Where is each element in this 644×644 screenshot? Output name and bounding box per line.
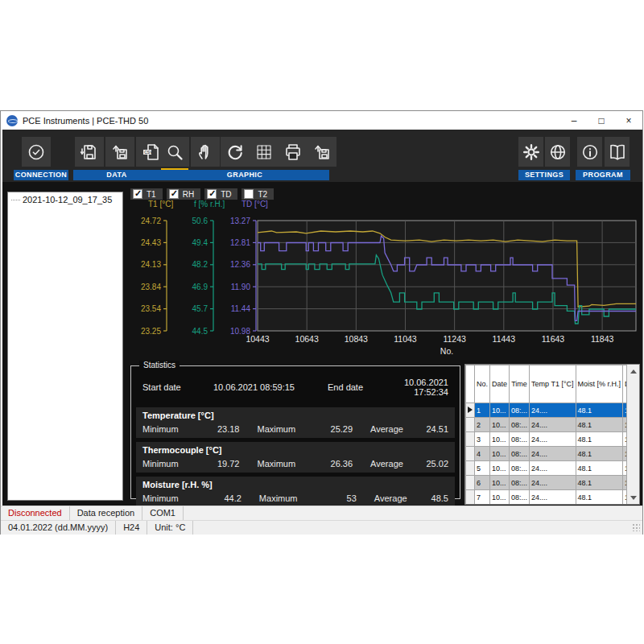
series-toggle-t1[interactable]: T1	[130, 188, 163, 200]
table-cell[interactable]: 48.1	[576, 490, 623, 505]
measurement-table[interactable]: No.DateTimeTemp T1 [°C]Moist [% r.H.]Dew…	[464, 364, 640, 505]
table-cell[interactable]: 48.1	[576, 447, 623, 461]
load-data-button[interactable]	[105, 137, 134, 167]
table-cell[interactable]: 10...	[490, 476, 510, 490]
table-cell[interactable]: 7	[475, 490, 490, 505]
table-cell[interactable]: 10...	[490, 461, 510, 476]
export-graphic-button[interactable]	[308, 137, 336, 167]
zoom-tool-button[interactable]	[160, 137, 189, 167]
y-tick-label: 50.6	[192, 217, 208, 225]
table-scrollbar[interactable]	[626, 365, 639, 504]
series-toggle-td[interactable]: TD	[204, 188, 237, 200]
close-button[interactable]: ×	[615, 111, 642, 130]
row-header-cell[interactable]	[466, 432, 475, 447]
column-header[interactable]: Date	[490, 365, 510, 403]
series-toggle-t2[interactable]: T2	[242, 188, 274, 200]
minimum-value: 44.2	[207, 493, 242, 503]
table-cell[interactable]: 24....	[530, 403, 576, 418]
rotate-arrow-icon	[225, 142, 245, 162]
table-cell[interactable]: 24....	[530, 476, 576, 490]
table-cell[interactable]: 10...	[490, 418, 510, 432]
statistics-dates-row: Start date 10.06.2021 08:59:15 End date …	[131, 366, 460, 403]
table-cell[interactable]: 2	[475, 418, 490, 432]
row-header-cell[interactable]	[466, 476, 475, 490]
minimize-button[interactable]: –	[560, 111, 588, 130]
info-button[interactable]	[577, 137, 602, 167]
table-row[interactable]: 110...08:...24....48.112....19.8	[466, 403, 641, 418]
table-cell[interactable]: 3	[475, 432, 490, 447]
column-header[interactable]: Time	[510, 365, 530, 403]
grid-view-button[interactable]	[250, 137, 279, 167]
toolbar: CONNECTIONCSVDATAGRAPHICSETTINGSPROGRAM	[2, 130, 642, 182]
table-cell[interactable]: 1	[475, 403, 490, 418]
reset-view-button[interactable]	[221, 137, 250, 167]
table-cell[interactable]: 10...	[490, 490, 510, 505]
row-header-cell[interactable]	[466, 403, 475, 418]
table-row[interactable]: 410...08:...24....48.112....19....	[466, 447, 641, 461]
table-cell[interactable]: 10...	[490, 432, 510, 447]
table-cell[interactable]: 48.1	[576, 418, 623, 432]
row-header-cell[interactable]	[466, 447, 475, 461]
table-cell[interactable]: 6	[475, 476, 490, 490]
checked-checkbox-icon[interactable]	[169, 189, 179, 199]
save-data-button[interactable]	[75, 137, 104, 167]
table-cell[interactable]: 24....	[530, 418, 576, 432]
scroll-down-icon[interactable]	[627, 491, 639, 504]
table-cell[interactable]: 24....	[530, 432, 576, 447]
stat-section-values: Minimum19.72Maximum26.36Average25.02	[142, 459, 448, 469]
table-cell[interactable]: 10...	[490, 447, 510, 461]
column-header[interactable]: Moist [% r.H.]	[576, 365, 623, 403]
table-cell[interactable]: 08:...	[510, 447, 530, 461]
unchecked-checkbox-icon[interactable]	[244, 189, 254, 199]
axis-title-1: f [% r.H.]	[194, 200, 225, 208]
table-cell[interactable]: 4	[475, 447, 490, 461]
series-toggle-rh[interactable]: RH	[167, 188, 200, 200]
y-tick-label: 44.5	[192, 327, 208, 336]
table-cell[interactable]: 08:...	[510, 461, 530, 476]
table-cell[interactable]: 08:...	[510, 490, 530, 505]
table-row[interactable]: 310...08:...24....48.112....19....	[466, 432, 641, 447]
checked-checkbox-icon[interactable]	[207, 189, 217, 199]
row-header-cell[interactable]	[466, 418, 475, 432]
table-row[interactable]: 610...08:...24....48.112....19....	[466, 476, 641, 490]
table-cell[interactable]: 5	[475, 461, 490, 476]
start-date-value: 10.06.2021 08:59:15	[213, 382, 316, 392]
row-header-cell[interactable]	[466, 490, 475, 505]
tree-item-dataset[interactable]: 2021-10-12_09_17_35	[10, 195, 121, 204]
maximum-value: 26.36	[319, 459, 353, 469]
table-cell[interactable]: 48.1	[576, 403, 623, 418]
print-button[interactable]	[279, 137, 308, 167]
table-cell[interactable]: 48.1	[576, 432, 623, 447]
magnifier-icon	[165, 142, 184, 162]
table-row[interactable]: 210...08:...24....48.112....19....	[466, 418, 641, 432]
table-cell[interactable]: 48.1	[576, 476, 623, 490]
maximize-button[interactable]: □	[588, 111, 615, 130]
column-header[interactable]: No.	[475, 365, 490, 403]
table-cell[interactable]: 24....	[530, 447, 576, 461]
table-cell[interactable]: 24....	[530, 490, 576, 505]
pan-tool-button[interactable]	[191, 137, 220, 167]
table-row[interactable]: 710...08:...24....48.112....19....	[466, 490, 641, 505]
table-cell[interactable]: 08:...	[510, 418, 530, 432]
y-tick-label: 45.7	[192, 304, 208, 313]
resize-grip[interactable]	[632, 523, 640, 531]
import-floppy-icon	[312, 142, 332, 162]
row-header-cell[interactable]	[466, 461, 475, 476]
table-cell[interactable]: 08:...	[510, 403, 530, 418]
table-cell[interactable]: 48.1	[576, 461, 623, 476]
manual-button[interactable]	[605, 137, 630, 167]
table-cell[interactable]: 10...	[490, 403, 510, 418]
language-button[interactable]	[545, 137, 570, 167]
table-cell[interactable]: 08:...	[510, 432, 530, 447]
dataset-tree-panel[interactable]: 2021-10-12_09_17_35	[7, 192, 123, 501]
status-bar-connection: DisconnectedData receptionCOM1	[1, 506, 642, 520]
connection-button[interactable]	[22, 137, 51, 167]
table-cell[interactable]: 24....	[530, 461, 576, 476]
checked-checkbox-icon[interactable]	[133, 189, 142, 199]
line-chart[interactable]: 1044310643108431104311243114431164311843…	[130, 211, 641, 364]
column-header[interactable]: Temp T1 [°C]	[530, 365, 576, 403]
settings-button[interactable]	[518, 137, 543, 167]
table-cell[interactable]: 08:...	[510, 476, 530, 490]
scroll-up-icon[interactable]	[627, 365, 639, 378]
table-row[interactable]: 510...08:...24....48.112....19....	[466, 461, 641, 476]
